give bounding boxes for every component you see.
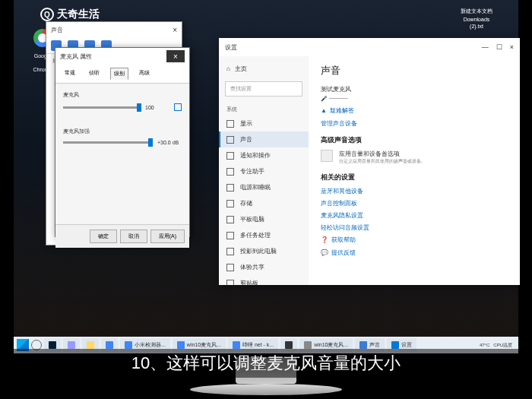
desktop-wallpaper: Q 天奇生活 Google Chrome 新建文本文档 Downloads (2…	[14, 0, 518, 353]
related-link-bluetooth[interactable]: 蓝牙和其他设备	[321, 187, 508, 195]
desktop-file-label[interactable]: (2).txt	[439, 24, 515, 29]
slider-thumb[interactable]	[137, 103, 141, 112]
related-heading: 相关的设置	[321, 173, 508, 182]
mic-properties-dialog: 麦克风 属性 × 常规 侦听 级别 高级 麦克风 100 麦克风加强	[55, 47, 190, 237]
sidebar-section-label: 系统	[219, 101, 309, 116]
link-label: 获取帮助	[331, 236, 356, 244]
ok-button[interactable]: 确定	[90, 230, 117, 243]
app-volume-desc: 自定义应用音量和其使用的扬声器或设备。	[339, 158, 426, 165]
manage-devices-link[interactable]: 管理声音设备	[321, 119, 508, 128]
app-icon	[68, 341, 75, 349]
sidebar-item-label: 存储	[240, 199, 252, 207]
clipboard-icon	[226, 280, 234, 286]
sidebar-item-tablet[interactable]: 平板电脑	[219, 211, 309, 227]
sidebar-item-project[interactable]: 投影到此电脑	[219, 243, 309, 259]
mic-volume-value: 100	[145, 105, 169, 110]
desktop-file-label[interactable]: Downloads	[439, 17, 515, 22]
sidebar-item-label: 平板电脑	[240, 215, 264, 223]
sidebar-item-notifications[interactable]: 通知和操作	[219, 147, 309, 163]
sound-dialog-titlebar[interactable]: 声音 ×	[46, 22, 182, 37]
sidebar-item-label: 多任务处理	[240, 231, 271, 239]
link-label: 疑难解答	[330, 106, 354, 115]
desktop-top-right: 新建文本文档 Downloads (2).txt	[439, 8, 515, 30]
feedback-icon: 💬	[321, 249, 328, 256]
app-icon	[233, 341, 240, 349]
sidebar-item-power[interactable]: 电源和睡眠	[219, 179, 309, 195]
sidebar-item-sound[interactable]: 声音	[219, 131, 309, 147]
app-icon	[49, 341, 56, 349]
mic-volume-label: 麦克风	[63, 91, 182, 99]
tab-listen[interactable]: 侦听	[86, 68, 103, 80]
app-icon	[125, 341, 132, 349]
slider-thumb[interactable]	[148, 138, 153, 147]
sidebar-item-label: 显示	[240, 119, 252, 128]
taskbar-item-label: 哔哩 net - k...	[242, 341, 274, 349]
project-icon	[226, 248, 234, 255]
settings-window: 设置 — ☐ × ⌂ 主页 查找设置 系统 显示 声音 通知和操作 专注助手 电…	[219, 38, 520, 285]
app-volume-icon	[321, 150, 333, 162]
watermark-text: 天奇生活	[57, 8, 100, 21]
cancel-button[interactable]: 取消	[120, 230, 147, 243]
taskbar-item-label: 设置	[401, 341, 412, 349]
app-icon	[106, 341, 113, 349]
sidebar-item-label: 通知和操作	[240, 151, 271, 160]
desktop-file-label[interactable]: 新建文本文档	[439, 8, 515, 15]
settings-titlebar[interactable]: 设置 — ☐ ×	[219, 38, 520, 56]
sidebar-item-multitask[interactable]: 多任务处理	[219, 227, 309, 243]
tab-general[interactable]: 常规	[62, 68, 78, 80]
maximize-icon[interactable]: ☐	[496, 43, 502, 51]
settings-sidebar: ⌂ 主页 查找设置 系统 显示 声音 通知和操作 专注助手 电源和睡眠 存储 平…	[219, 56, 309, 285]
mic-dialog-body: 麦克风 100 麦克风加强 +30.0 dB	[55, 84, 189, 224]
related-link-ease-audio[interactable]: 轻松访问音频设置	[321, 223, 508, 232]
feedback-link[interactable]: 💬提供反馈	[321, 249, 508, 257]
close-icon[interactable]: ×	[173, 26, 177, 34]
sound-dialog-title: 声音	[51, 26, 63, 34]
power-icon	[226, 184, 234, 192]
sidebar-item-label: 电源和睡眠	[240, 183, 271, 192]
close-icon[interactable]: ×	[166, 50, 185, 62]
sidebar-item-shared[interactable]: 体验共享	[219, 259, 309, 275]
sidebar-item-label: 投影到此电脑	[240, 247, 277, 255]
mic-boost-value: +30.0 dB	[157, 140, 182, 145]
system-tray[interactable]: 47°C CPU温度	[480, 342, 515, 349]
sidebar-item-focus[interactable]: 专注助手	[219, 163, 309, 179]
sidebar-item-storage[interactable]: 存储	[219, 195, 309, 211]
settings-main: 声音 测试麦克风 🎤 ───── ▲疑难解答 管理声音设备 高级声音选项 应用音…	[309, 56, 520, 285]
taskbar-item-label: 声音	[369, 341, 380, 349]
related-link-mic-privacy[interactable]: 麦克风隐私设置	[321, 211, 508, 220]
app-volume-row[interactable]: 应用音量和设备首选项 自定义应用音量和其使用的扬声器或设备。	[321, 150, 508, 165]
get-help-link[interactable]: ❓获取帮助	[321, 236, 508, 244]
focus-icon	[226, 168, 234, 176]
tab-advanced[interactable]: 高级	[136, 68, 153, 80]
mic-volume-slider[interactable]	[63, 106, 141, 109]
taskbar-item-label: 小米检测器...	[135, 341, 166, 349]
apply-button[interactable]: 应用(A)	[150, 230, 185, 243]
sidebar-item-label: 专注助手	[240, 167, 264, 176]
tab-levels[interactable]: 级别	[110, 68, 128, 80]
minimize-icon[interactable]: —	[482, 43, 489, 51]
mute-icon[interactable]	[174, 103, 182, 111]
settings-search-input[interactable]: 查找设置	[225, 81, 302, 97]
related-link-sound-panel[interactable]: 声音控制面板	[321, 199, 508, 207]
mic-boost-slider[interactable]	[63, 141, 153, 144]
app-icon	[87, 341, 94, 349]
close-icon[interactable]: ×	[510, 43, 514, 51]
sidebar-home[interactable]: ⌂ 主页	[219, 61, 309, 77]
link-label: 提供反馈	[331, 249, 356, 257]
sidebar-item-display[interactable]: 显示	[219, 116, 309, 131]
mic-dialog-titlebar[interactable]: 麦克风 属性 ×	[55, 48, 189, 65]
sidebar-item-label: 体验共享	[240, 263, 264, 271]
taskbar-item-label: win10麦克风...	[314, 341, 348, 349]
troubleshoot-icon: ▲	[321, 107, 327, 114]
display-icon	[226, 120, 234, 128]
mic-dialog-title: 麦克风 属性	[60, 52, 92, 61]
app-icon	[285, 341, 293, 349]
mic-boost-label: 麦克风加强	[63, 128, 182, 135]
settings-title: 设置	[225, 43, 237, 52]
tray-cpu-label: CPU温度	[493, 342, 512, 349]
sidebar-item-label: 声音	[240, 135, 252, 144]
watermark-icon: Q	[40, 8, 54, 21]
sidebar-item-clipboard[interactable]: 剪贴板	[219, 275, 309, 285]
troubleshoot-link[interactable]: ▲疑难解答	[321, 106, 508, 115]
mic-boost-field: 麦克风加强 +30.0 dB	[63, 128, 182, 145]
